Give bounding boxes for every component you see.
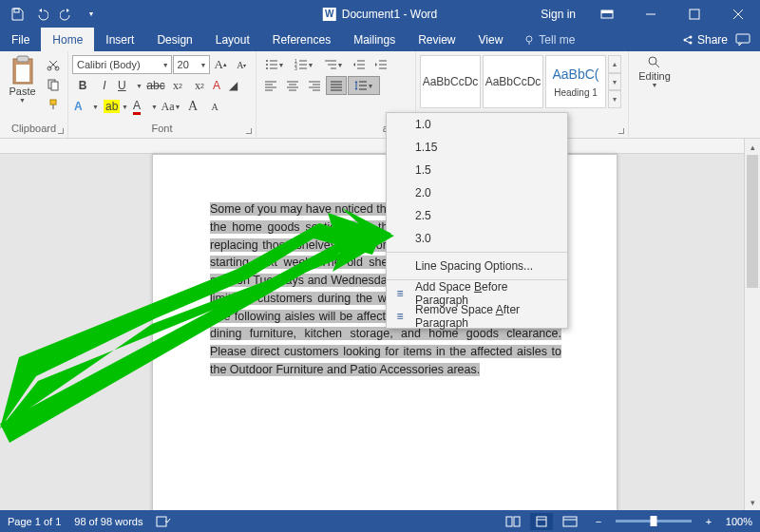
bullets-button[interactable]: ▼ <box>260 55 289 74</box>
font-size-combo[interactable]: 20▼ <box>173 55 210 74</box>
clipboard-dialog-launcher[interactable] <box>54 124 66 136</box>
print-layout-button[interactable] <box>530 513 553 530</box>
style-heading1[interactable]: AaBbC( Heading 1 <box>545 55 606 108</box>
style-normal[interactable]: AaBbCcDc <box>420 55 481 108</box>
zoom-slider[interactable] <box>616 520 692 522</box>
add-space-before[interactable]: ≡Add Space Before Paragraph <box>387 282 567 305</box>
vertical-scrollbar[interactable]: ▴ ▾ <box>744 139 760 510</box>
style-no-spacing[interactable]: AaBbCcDc <box>483 55 543 108</box>
align-right-button[interactable] <box>304 76 325 95</box>
underline-button[interactable]: U▼ <box>116 76 144 95</box>
align-left-button[interactable] <box>260 76 281 95</box>
font-dialog-launcher[interactable] <box>242 124 254 136</box>
styles-scroll-down[interactable]: ▾ <box>608 73 621 91</box>
tab-mailings[interactable]: Mailings <box>342 28 407 51</box>
scroll-thumb[interactable] <box>747 155 758 288</box>
font-color-button[interactable]: A▼ <box>131 97 160 116</box>
justify-button[interactable] <box>326 76 347 95</box>
tab-design[interactable]: Design <box>145 28 203 51</box>
clipboard-icon <box>10 55 36 86</box>
zoom-out-button[interactable]: − <box>587 513 610 530</box>
text-effects-button[interactable]: A▼ <box>72 97 101 116</box>
numbering-button[interactable]: 123▼ <box>290 55 318 74</box>
zoom-in-button[interactable]: + <box>697 513 720 530</box>
styles-scroll-up[interactable]: ▴ <box>608 55 621 73</box>
cut-button[interactable] <box>43 55 64 74</box>
svg-rect-2 <box>601 10 613 13</box>
strikethrough-button[interactable]: abc <box>145 76 166 95</box>
remove-space-after[interactable]: ≡Remove Space After Paragraph <box>387 305 567 328</box>
share-icon <box>682 34 694 46</box>
spacing-3-0[interactable]: 3.0 <box>387 227 567 250</box>
share-button[interactable]: Share <box>682 33 728 47</box>
find-icon <box>647 55 662 70</box>
qat-customize[interactable]: ▼ <box>80 3 103 26</box>
minimize-button[interactable] <box>629 0 673 28</box>
save-button[interactable] <box>6 3 28 26</box>
ruler[interactable] <box>0 139 744 154</box>
increase-indent-button[interactable] <box>370 55 391 74</box>
font-name-combo[interactable]: Calibri (Body)▼ <box>72 55 172 74</box>
shrink-font-a-button[interactable]: A <box>204 97 225 116</box>
styles-expand[interactable]: ▾ <box>608 90 621 108</box>
highlight-button[interactable]: ab▼ <box>102 97 130 116</box>
align-center-button[interactable] <box>282 76 303 95</box>
svg-text:3: 3 <box>294 66 297 70</box>
undo-button[interactable] <box>30 3 53 26</box>
superscript-button[interactable]: x2 <box>189 76 210 95</box>
spacing-1-15[interactable]: 1.15 <box>387 136 567 159</box>
tab-view[interactable]: View <box>467 28 515 51</box>
line-spacing-button[interactable]: ▼ <box>348 76 380 95</box>
svg-rect-17 <box>16 65 29 82</box>
maximize-button[interactable] <box>673 0 716 28</box>
styles-dialog-launcher[interactable] <box>615 124 626 136</box>
document-area[interactable]: Some of you may have noticed the wear an… <box>0 139 744 510</box>
italic-button[interactable]: I <box>94 76 115 95</box>
spell-check-icon[interactable] <box>156 515 171 528</box>
lightbulb-icon <box>523 34 535 46</box>
read-mode-button[interactable] <box>502 513 524 530</box>
page-indicator[interactable]: Page 1 of 1 <box>8 516 61 527</box>
scroll-up-button[interactable]: ▴ <box>745 139 760 155</box>
change-case-button[interactable]: Aa▼ <box>161 97 181 116</box>
svg-point-30 <box>266 67 268 69</box>
clear-formatting-button[interactable]: A◢ <box>211 76 239 95</box>
word-count[interactable]: 98 of 98 words <box>74 516 142 527</box>
spacing-1-0[interactable]: 1.0 <box>387 113 567 136</box>
tell-me[interactable]: Tell me <box>514 28 584 51</box>
tab-file[interactable]: File <box>0 28 41 51</box>
sign-in-link[interactable]: Sign in <box>531 8 585 21</box>
grow-font-a-button[interactable]: A <box>182 97 203 116</box>
format-painter-button[interactable] <box>43 95 64 114</box>
scroll-down-button[interactable]: ▾ <box>745 494 760 510</box>
svg-rect-76 <box>537 517 546 526</box>
grow-font-button[interactable]: A▴ <box>211 55 231 74</box>
svg-point-7 <box>526 36 532 42</box>
comments-button[interactable] <box>735 33 750 47</box>
editing-menu[interactable]: Editing ▼ <box>633 55 676 88</box>
close-button[interactable] <box>716 0 760 28</box>
tab-layout[interactable]: Layout <box>204 28 261 51</box>
line-spacing-options[interactable]: Line Spacing Options... <box>387 255 567 277</box>
tab-review[interactable]: Review <box>407 28 466 51</box>
svg-rect-4 <box>690 10 699 19</box>
web-layout-button[interactable] <box>559 513 581 530</box>
copy-button[interactable] <box>43 75 64 94</box>
redo-button[interactable] <box>55 3 78 26</box>
shrink-font-button[interactable]: A▾ <box>232 55 252 74</box>
zoom-level[interactable]: 100% <box>726 516 752 527</box>
subscript-button[interactable]: x2 <box>167 76 188 95</box>
bold-button[interactable]: B <box>72 76 93 95</box>
tab-home[interactable]: Home <box>41 28 94 51</box>
tab-references[interactable]: References <box>261 28 342 51</box>
spacing-1-5[interactable]: 1.5 <box>387 159 567 181</box>
spacing-2-0[interactable]: 2.0 <box>387 181 567 204</box>
tab-insert[interactable]: Insert <box>94 28 145 51</box>
svg-rect-23 <box>51 82 58 90</box>
ribbon-display-options[interactable] <box>585 0 629 28</box>
svg-point-67 <box>649 57 656 65</box>
decrease-indent-button[interactable] <box>349 55 370 74</box>
spacing-2-5[interactable]: 2.5 <box>387 204 567 227</box>
paste-button[interactable]: Paste ▼ <box>4 53 41 121</box>
multilevel-list-button[interactable]: ▼ <box>319 55 348 74</box>
